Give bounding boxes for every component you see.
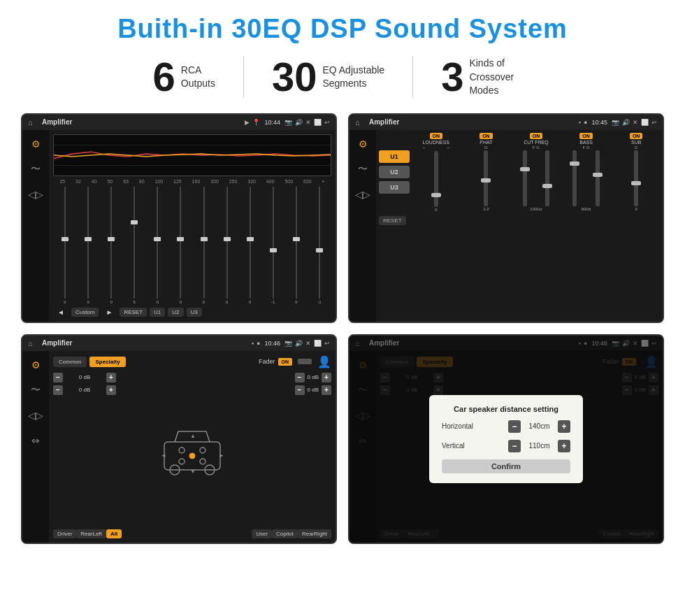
- fader-content-wrapper: ⚙ 〜 ◁▷ ⇔ Common Specialty Fader ON: [22, 351, 336, 543]
- screens-grid: ⌂ Amplifier ▶ 📍 10:44 📷 🔊 ✕ ⬜ ↩: [21, 113, 664, 544]
- dialog-horizontal-row: Horizontal − 140cm +: [442, 420, 570, 433]
- rearright-btn[interactable]: RearRight: [298, 529, 331, 538]
- status-bar-2: ⌂ Amplifier ▪ ● 10:45 📷 🔊 ✕ ⬜ ↩: [349, 115, 663, 130]
- volume-icon-1[interactable]: ◁▷: [27, 186, 44, 203]
- eq-thumb-5[interactable]: [177, 237, 184, 241]
- dialog-horizontal-plus[interactable]: +: [558, 420, 570, 433]
- reset-btn-eq[interactable]: RESET: [120, 308, 147, 317]
- eq-thumb-3[interactable]: [131, 220, 138, 224]
- wave-icon-3[interactable]: 〜: [27, 382, 44, 399]
- status-title-1: Amplifier: [42, 118, 240, 126]
- eq-thumb-8[interactable]: [247, 237, 254, 241]
- u3-btn-crossover[interactable]: U3: [379, 181, 410, 194]
- eq-track-11: [319, 187, 320, 299]
- eq-thumb-2[interactable]: [108, 237, 115, 241]
- eq-screen: ⌂ Amplifier ▶ 📍 10:44 📷 🔊 ✕ ⬜ ↩: [21, 113, 337, 323]
- loudness-slider[interactable]: [431, 193, 441, 197]
- on-badge-loudness: ON: [430, 133, 443, 139]
- phat-slider[interactable]: [481, 178, 491, 182]
- db-val-3: 0 dB: [308, 387, 319, 393]
- eq-track-2: [110, 187, 112, 299]
- eq-bottom: ◄ Custom ► RESET U1 U2 U3: [53, 307, 331, 317]
- bass-slider1[interactable]: [570, 162, 579, 166]
- eq-thumb-10[interactable]: [293, 237, 300, 241]
- copilot-btn[interactable]: Copilot: [272, 529, 298, 538]
- cutfreq-slider1[interactable]: [520, 167, 530, 171]
- stat-label-eq: EQ AdjustableSegments: [322, 64, 384, 91]
- cutfreq-slider2[interactable]: [542, 184, 552, 188]
- dialog-overlay: Car speaker distance setting Horizontal …: [349, 336, 663, 543]
- car-diagram: ▲ ▼ ◄ ►: [122, 373, 263, 525]
- eq-slider-9: -1: [263, 187, 284, 304]
- dialog-title: Car speaker distance setting: [442, 405, 570, 413]
- eq-icon-1[interactable]: ⚙: [27, 136, 44, 152]
- eq-thumb-0[interactable]: [62, 237, 68, 241]
- next-btn[interactable]: ►: [101, 307, 117, 317]
- specialty-tab[interactable]: Specialty: [89, 357, 125, 367]
- plus-btn-3[interactable]: +: [322, 385, 331, 395]
- side-icons-1: ⚙ 〜 ◁▷: [22, 130, 49, 322]
- dialog-vertical-plus[interactable]: +: [558, 440, 570, 452]
- common-tab[interactable]: Common: [53, 357, 87, 367]
- eq-slider-10: 0: [286, 187, 307, 304]
- rearleft-btn[interactable]: RearLeft: [76, 529, 106, 538]
- volume-icon-3[interactable]: ◁▷: [27, 407, 44, 424]
- volume-icon-2[interactable]: ◁▷: [354, 186, 371, 203]
- eq-track-1: [87, 187, 89, 299]
- dialog-vertical-minus[interactable]: −: [508, 440, 521, 452]
- fader-on-toggle[interactable]: ON: [278, 358, 293, 366]
- stat-number-eq: 30: [272, 57, 317, 97]
- user-btn[interactable]: User: [252, 529, 272, 538]
- fader-text-label: Fader: [259, 358, 275, 365]
- wave-icon-2[interactable]: 〜: [354, 161, 371, 178]
- plus-btn-0[interactable]: +: [106, 373, 116, 382]
- fader-screen-wrapper: ⌂ Amplifier ▪ ● 10:46 📷 🔊 ✕ ⬜ ↩: [21, 334, 337, 544]
- on-badge-sub: ON: [630, 133, 643, 139]
- driver-btn[interactable]: Driver: [53, 529, 76, 538]
- eq-curve: [53, 134, 331, 176]
- u3-btn-eq[interactable]: U3: [187, 308, 202, 317]
- eq-slider-4: 0: [147, 187, 168, 304]
- plus-btn-2[interactable]: +: [322, 373, 331, 382]
- eq-track-6: [203, 187, 205, 299]
- svg-point-6: [179, 447, 185, 453]
- eq-icon-3[interactable]: ⚙: [27, 357, 44, 373]
- eq-thumb-11[interactable]: [316, 248, 323, 252]
- eq-slider-11: -1: [309, 187, 330, 304]
- minus-btn-3[interactable]: −: [295, 385, 305, 395]
- loudness-label: LOUDNESS: [423, 140, 450, 145]
- eq-slider-7: 0: [217, 187, 238, 304]
- eq-thumb-7[interactable]: [224, 237, 231, 241]
- on-badge-bass: ON: [579, 133, 593, 139]
- confirm-button[interactable]: Confirm: [442, 459, 570, 473]
- u2-btn-eq[interactable]: U2: [168, 308, 183, 317]
- horizontal-label: Horizontal: [442, 422, 473, 430]
- fader-nav: Driver RearLeft All User Copilot RearRig…: [53, 529, 331, 538]
- eq-thumb-9[interactable]: [270, 248, 277, 252]
- wave-icon-1[interactable]: 〜: [27, 161, 44, 178]
- close-icon-3: ✕: [305, 340, 311, 347]
- minus-btn-1[interactable]: −: [53, 385, 63, 395]
- eq-thumb-4[interactable]: [154, 237, 161, 241]
- on-badge-cutfreq: ON: [530, 133, 543, 139]
- bass-slider2[interactable]: [593, 173, 603, 177]
- minus-btn-0[interactable]: −: [53, 373, 63, 382]
- u2-btn-crossover[interactable]: U2: [379, 166, 410, 178]
- dialog-horizontal-minus[interactable]: −: [508, 420, 521, 433]
- eq-thumb-1[interactable]: [85, 237, 92, 241]
- u1-btn-eq[interactable]: U1: [150, 308, 165, 317]
- status-time-2: 10:45: [591, 119, 607, 126]
- eq-track-4: [157, 187, 158, 299]
- dialog-screen-wrapper: ⌂ Amplifier ▪ ● 10:46 📷 🔊 ✕ ⬜ ↩: [348, 334, 664, 544]
- all-btn[interactable]: All: [106, 529, 122, 538]
- arrows-icon-3[interactable]: ⇔: [27, 432, 44, 449]
- prev-btn[interactable]: ◄: [53, 307, 68, 317]
- eq-icon-2[interactable]: ⚙: [354, 136, 371, 152]
- u1-btn-crossover[interactable]: U1: [379, 150, 410, 163]
- minus-btn-2[interactable]: −: [295, 373, 305, 382]
- sub-slider[interactable]: [631, 181, 641, 185]
- eq-thumb-6[interactable]: [201, 237, 208, 241]
- plus-btn-1[interactable]: +: [106, 385, 116, 395]
- reset-btn-crossover[interactable]: RESET: [379, 216, 406, 225]
- status-bar-3: ⌂ Amplifier ▪ ● 10:46 📷 🔊 ✕ ⬜ ↩: [22, 336, 336, 351]
